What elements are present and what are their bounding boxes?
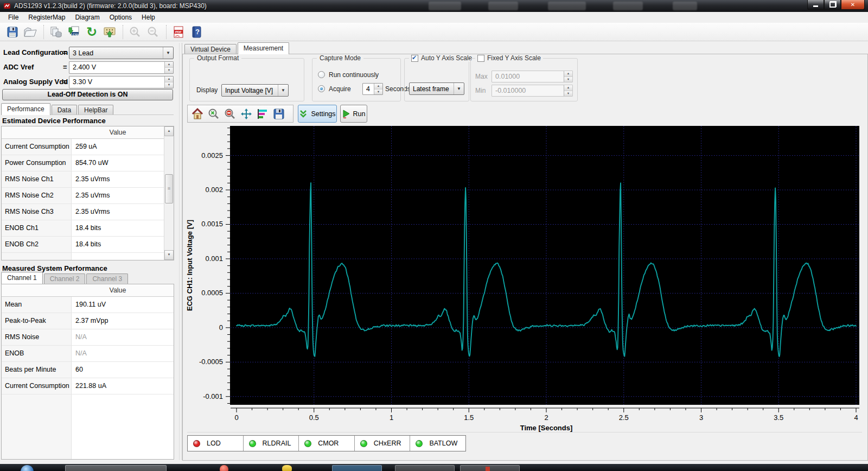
close-button[interactable]: ✕ [841, 0, 865, 10]
save-graph-icon[interactable] [272, 107, 285, 120]
table-row: Power Consumption854.70 uW [2, 155, 174, 171]
table-row: Beats per Minute60 [2, 362, 174, 378]
scroll-up-button[interactable]: ▲ [164, 126, 174, 136]
y-max-value: 0.01000 [492, 71, 564, 82]
row-value: 2.35 uVrms [75, 171, 110, 187]
svg-text:0.001: 0.001 [205, 254, 223, 263]
taskbar-app-button[interactable] [65, 465, 167, 471]
taskbar-icon[interactable] [220, 465, 228, 471]
save-icon [6, 26, 19, 39]
frame-mode-value: Latest frame [410, 85, 454, 93]
taskbar-icon[interactable] [282, 465, 292, 471]
spinner-buttons[interactable]: ▲▼ [374, 84, 382, 94]
table-row: Current Consumption259 uA [2, 139, 174, 155]
menu-help[interactable]: Help [137, 12, 160, 22]
start-orb-icon[interactable] [21, 465, 34, 471]
minimize-button[interactable] [807, 0, 824, 10]
row-value: 259 uA [75, 139, 97, 155]
estimated-performance-table: ValueCurrent Consumption259 uAPower Cons… [1, 126, 174, 260]
zoom-in-button[interactable] [127, 24, 143, 40]
tab-channel-2[interactable]: Channel 2 [44, 273, 86, 284]
zoom-out-restore-icon[interactable] [224, 107, 237, 120]
save-button[interactable] [4, 24, 21, 40]
scroll-down-button[interactable]: ▼ [164, 250, 174, 260]
spin-up-icon: ▲ [564, 71, 572, 77]
measured-performance-table: ValueMean190.11 uVPeak-to-Peak2.37 mVppR… [1, 284, 174, 460]
min-label: Min [475, 87, 486, 94]
program-device-button[interactable] [101, 24, 118, 40]
status-label: CMOR [318, 440, 339, 447]
scrollbar-thumb[interactable] [165, 174, 173, 203]
table-row: Peak-to-Peak2.37 mVpp [2, 313, 174, 329]
taskbar[interactable] [0, 464, 868, 471]
graph-style-icon[interactable] [256, 107, 269, 120]
row-value: 221.88 uA [75, 378, 106, 394]
main-tab-strip: Virtual Device Measurement [184, 42, 290, 54]
export-csv-button[interactable]: CSV [66, 24, 82, 40]
tab-channel-3[interactable]: Channel 3 [86, 273, 128, 284]
tab-channel-1[interactable]: Channel 1 [1, 272, 43, 284]
export-pdf-button[interactable]: PDF [170, 24, 187, 40]
spinner-buttons[interactable]: ▲▼ [564, 85, 572, 96]
ecg-chart[interactable]: 00.511.522.533.54-0.001-0.000500.00050.0… [182, 124, 867, 434]
taskbar-app-button[interactable] [460, 465, 520, 471]
toolbar-separator [123, 25, 124, 39]
y-max-spinner[interactable]: 0.01000 ▲▼ [492, 71, 573, 82]
refresh-icon: ↻ [86, 26, 97, 39]
zoom-out-button[interactable] [145, 24, 161, 40]
help-button[interactable]: ? [188, 24, 205, 40]
spin-up-icon: ▲ [374, 84, 382, 90]
analog-vdd-spinner[interactable]: 3.30 V ▲▼ [69, 76, 174, 88]
analog-vdd-label: Analog Supply Vdd [3, 78, 68, 86]
tab-performance[interactable]: Performance [1, 103, 50, 115]
pdf-badge: PDF [175, 30, 182, 34]
spinner-buttons[interactable]: ▲▼ [164, 77, 173, 88]
fixed-y-label: Fixed Y Axis Scale [487, 54, 541, 62]
home-icon[interactable] [191, 107, 204, 120]
lead-config-dropdown[interactable]: 3 Lead ▼ [69, 47, 174, 59]
tab-measurement[interactable]: Measurement [238, 42, 289, 54]
acquire-seconds-value: 4 [363, 84, 374, 94]
row-label: ENOB [5, 346, 24, 361]
green-led-icon [249, 440, 256, 447]
row-label: RMS Noise Ch1 [5, 171, 54, 187]
open-button[interactable] [22, 24, 39, 40]
menu-registermap[interactable]: RegisterMap [23, 12, 70, 22]
y-min-spinner[interactable]: -0.010000 ▲▼ [492, 85, 573, 97]
display-format-dropdown[interactable]: Input Voltage [V] ▼ [221, 84, 289, 97]
window-title: ADS1293 v1.2.3(build 2) (firmware: 2.0.0… [14, 2, 207, 10]
frame-mode-dropdown[interactable]: Latest frame ▼ [409, 82, 464, 95]
settings-button[interactable]: Settings [298, 105, 337, 123]
leadoff-detection-button[interactable]: Lead-Off Detection is ON [2, 89, 173, 100]
taskbar-app-button[interactable] [395, 465, 455, 471]
plot-area[interactable] [231, 126, 859, 405]
menu-diagram[interactable]: Diagram [70, 12, 104, 22]
chevron-down-icon: ▼ [454, 83, 464, 94]
run-button[interactable]: Run [340, 105, 367, 123]
taskbar-app-button[interactable] [332, 465, 382, 471]
menu-options[interactable]: Options [105, 12, 137, 22]
svg-text:0.0005: 0.0005 [201, 289, 223, 297]
svg-text:1: 1 [390, 413, 393, 422]
adc-vref-spinner[interactable]: 2.400 V ▲▼ [69, 61, 174, 74]
tab-data[interactable]: Data [52, 105, 77, 115]
acquire-radio[interactable] [318, 85, 325, 92]
tab-virtual-device[interactable]: Virtual Device [184, 44, 237, 54]
adc-vref-value: 2.400 V [69, 62, 164, 73]
vertical-scrollbar[interactable]: ▲▼ [164, 126, 174, 260]
toolbar-separator [166, 25, 167, 39]
restore-button[interactable] [824, 0, 841, 10]
menu-file[interactable]: File [3, 12, 23, 22]
pan-icon[interactable] [240, 107, 253, 120]
spinner-buttons[interactable]: ▲▼ [564, 71, 572, 82]
auto-y-checkbox[interactable] [411, 55, 418, 62]
run-continuously-radio[interactable] [318, 71, 325, 78]
tab-helpbar[interactable]: HelpBar [78, 105, 113, 115]
spinner-buttons[interactable]: ▲▼ [164, 62, 173, 73]
zoom-box-icon[interactable] [207, 107, 220, 120]
refresh-button[interactable]: ↻ [84, 24, 100, 40]
fixed-y-checkbox[interactable] [477, 55, 484, 62]
acquire-seconds-spinner[interactable]: 4 ▲▼ [362, 83, 383, 95]
copy-data-button[interactable] [48, 24, 64, 40]
row-value: 2.37 mVpp [75, 313, 108, 329]
